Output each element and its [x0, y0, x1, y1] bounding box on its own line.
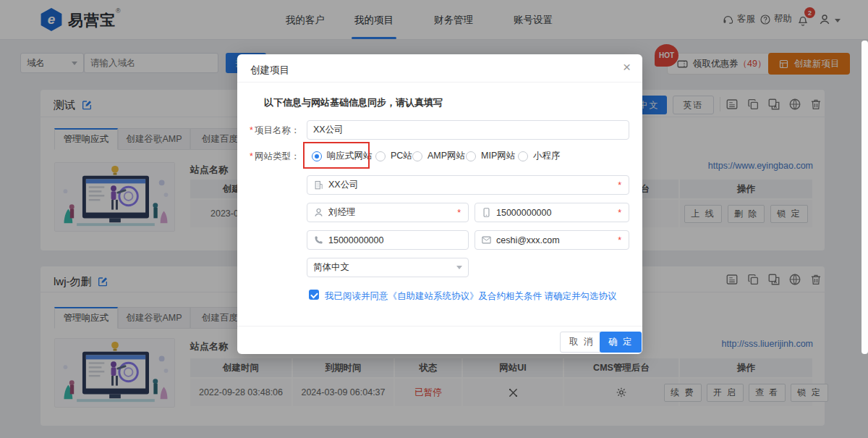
radio-icon: [466, 151, 476, 161]
contact-field-wrap: *: [307, 203, 469, 222]
radio-miniapp[interactable]: 小程序: [518, 150, 561, 162]
radio-amp[interactable]: AMP网站: [412, 150, 465, 162]
mobile-phone-icon: [484, 209, 489, 217]
chevron-down-icon: [456, 266, 462, 269]
modal-title: 创建项目: [250, 64, 289, 77]
radio-icon: [375, 151, 386, 161]
app-root: e 易营宝 ® 我的客户 我的项目 财务管理 账号设置 客服 帮助 2 域名 搜…: [0, 0, 868, 438]
mobile-input[interactable]: [496, 208, 615, 218]
language-value: 简体中文: [313, 261, 349, 274]
email-field-wrap: *: [475, 230, 629, 250]
project-name-label: *项目名称：: [250, 125, 299, 137]
site-type-label: *网站类型：: [250, 151, 299, 163]
project-name-input[interactable]: [313, 125, 623, 135]
email-input[interactable]: [496, 235, 615, 245]
confirm-button[interactable]: 确 定: [600, 332, 642, 353]
phone-field-wrap: [307, 230, 469, 250]
radio-icon: [412, 151, 422, 161]
create-project-modal: 创建项目 × 以下信息与网站基础信息同步，请认真填写 *项目名称： *网站类型：…: [237, 54, 642, 354]
radio-selected-icon: [312, 151, 322, 161]
radio-mip[interactable]: MIP网站: [466, 150, 515, 162]
telephone-icon: [315, 236, 323, 243]
agreement-text[interactable]: 我已阅读并同意《自助建站系统协议》及合约相关条件 请确定并勾选协议: [325, 290, 616, 303]
radio-pc[interactable]: PC站: [375, 150, 412, 162]
envelope-icon: [482, 237, 490, 243]
user-icon: [315, 209, 322, 216]
cancel-button[interactable]: 取 消: [560, 332, 603, 353]
contact-input[interactable]: [328, 208, 454, 218]
modal-notice: 以下信息与网站基础信息同步，请认真填写: [264, 96, 443, 109]
divider: [237, 82, 642, 83]
building-icon: [315, 182, 322, 189]
company-input[interactable]: [328, 180, 615, 190]
radio-icon: [518, 151, 528, 161]
scrollbar[interactable]: [861, 41, 868, 354]
phone-input[interactable]: [328, 235, 462, 245]
radio-responsive[interactable]: 响应式网站: [312, 150, 373, 162]
language-select[interactable]: 简体中文: [307, 258, 469, 277]
close-icon[interactable]: ×: [623, 60, 631, 74]
divider: [237, 326, 642, 327]
agreement-checkbox[interactable]: [309, 290, 319, 300]
mobile-field-wrap: *: [475, 203, 629, 222]
company-field-wrap: *: [307, 175, 629, 195]
project-name-field-wrap: [307, 120, 629, 140]
